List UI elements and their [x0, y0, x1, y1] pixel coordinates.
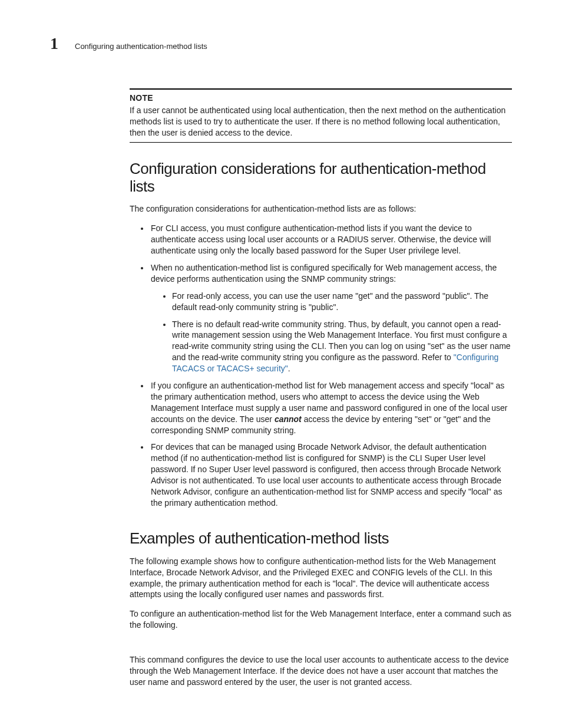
page-header: 1 Configuring authentication-method list…	[50, 34, 512, 53]
list-item-text: For devices that can be managed using Br…	[151, 442, 502, 507]
document-page: 1 Configuring authentication-method list…	[0, 0, 562, 728]
page-content: NOTE If a user cannot be authenticated u…	[130, 88, 512, 688]
note-label: NOTE	[130, 93, 512, 103]
running-title: Configuring authentication-method lists	[75, 42, 207, 51]
paragraph: This command configures the device to us…	[130, 654, 512, 688]
list-item: For read-only access, you can use the us…	[172, 291, 512, 313]
note-body: If a user cannot be authenticated using …	[130, 105, 512, 143]
list-item: For CLI access, you must configure authe…	[150, 223, 512, 256]
considerations-list: For CLI access, you must configure authe…	[130, 223, 512, 508]
emphasis-cannot: cannot	[275, 414, 302, 424]
chapter-number: 1	[50, 34, 58, 53]
sub-list: For read-only access, you can use the us…	[151, 291, 512, 374]
section-heading-config: Configuration considerations for authent…	[130, 160, 512, 196]
list-item: If you configure an authentication-metho…	[150, 380, 512, 436]
list-item: When no authentication-method list is co…	[150, 262, 512, 374]
list-item-text: .	[288, 364, 290, 373]
list-item-text: When no authentication-method list is co…	[151, 263, 497, 284]
intro-paragraph: The configuration considerations for aut…	[130, 203, 512, 215]
list-item: For devices that can be managed using Br…	[150, 442, 512, 508]
paragraph: The following example shows how to confi…	[130, 556, 512, 601]
section-heading-examples: Examples of authentication-method lists	[130, 530, 512, 548]
list-item-text: For CLI access, you must configure authe…	[151, 223, 491, 255]
paragraph: To configure an authentication-method li…	[130, 608, 512, 631]
note-block	[130, 88, 512, 90]
list-item: There is no default read-write community…	[172, 319, 512, 374]
list-item-text: For read-only access, you can use the us…	[172, 291, 488, 312]
